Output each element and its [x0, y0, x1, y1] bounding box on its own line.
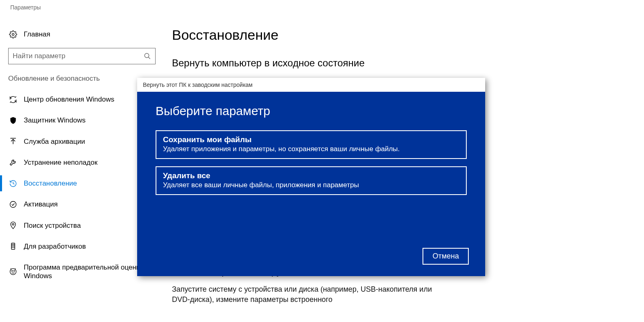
- reset-dialog: Вернуть этот ПК к заводским настройкам В…: [137, 78, 485, 276]
- svg-point-6: [12, 224, 14, 225]
- option-title: Сохранить мои файлы: [163, 135, 459, 144]
- search-icon: [144, 52, 151, 60]
- svg-point-12: [11, 271, 12, 272]
- sync-icon: [8, 95, 18, 104]
- svg-point-13: [14, 271, 14, 272]
- dialog-titlebar: Вернуть этот ПК к заводским настройкам: [137, 78, 485, 92]
- insider-icon: [8, 268, 18, 276]
- window-title: Параметры: [0, 0, 644, 11]
- gear-icon: [8, 30, 18, 39]
- svg-point-5: [10, 201, 16, 207]
- code-icon: [8, 242, 18, 250]
- history-icon: [8, 179, 18, 188]
- sidebar-item-label: Защитник Windows: [24, 116, 86, 125]
- sidebar-home-label: Главная: [24, 30, 50, 39]
- sidebar-item-label: Устранение неполадок: [24, 158, 97, 167]
- wrench-icon: [8, 158, 18, 166]
- option-remove-all[interactable]: Удалить все Удаляет все ваши личные файл…: [156, 166, 467, 195]
- svg-rect-7: [11, 243, 15, 249]
- sidebar-item-label: Для разработчиков: [24, 242, 86, 251]
- dialog-heading: Выберите параметр: [156, 104, 467, 118]
- option-desc: Удаляет все ваши личные файлы, приложени…: [163, 181, 459, 189]
- shield-icon: [8, 116, 18, 125]
- cancel-button[interactable]: Отмена: [423, 248, 469, 265]
- svg-point-11: [10, 269, 16, 275]
- option-desc: Удаляет приложения и параметры, но сохра…: [163, 145, 459, 153]
- sidebar-home[interactable]: Главная: [0, 27, 164, 42]
- svg-point-1: [145, 53, 149, 58]
- sidebar-item-label: Служба архивации: [24, 137, 85, 146]
- sidebar-item-label: Поиск устройства: [24, 221, 81, 230]
- search-box[interactable]: [8, 48, 156, 64]
- upload-icon: [8, 137, 18, 145]
- svg-point-0: [12, 34, 14, 36]
- page-title: Восстановление: [172, 27, 442, 43]
- check-circle-icon: [8, 200, 18, 209]
- sidebar-item-label: Восстановление: [24, 179, 77, 188]
- search-input[interactable]: [13, 52, 144, 60]
- option-title: Удалить все: [163, 171, 459, 180]
- svg-line-2: [148, 57, 150, 59]
- advanced-text: Запустите систему с устройства или диска…: [172, 284, 442, 305]
- sidebar-item-label: Центр обновления Windows: [24, 95, 114, 104]
- reset-heading: Вернуть компьютер в исходное состояние: [172, 57, 442, 69]
- location-icon: [8, 221, 18, 229]
- dialog-body: Выберите параметр Сохранить мои файлы Уд…: [137, 92, 485, 276]
- sidebar-item-label: Программа предварительной оценки Windows: [24, 263, 156, 281]
- sidebar-item-label: Активация: [24, 200, 58, 209]
- option-keep-files[interactable]: Сохранить мои файлы Удаляет приложения и…: [156, 130, 467, 159]
